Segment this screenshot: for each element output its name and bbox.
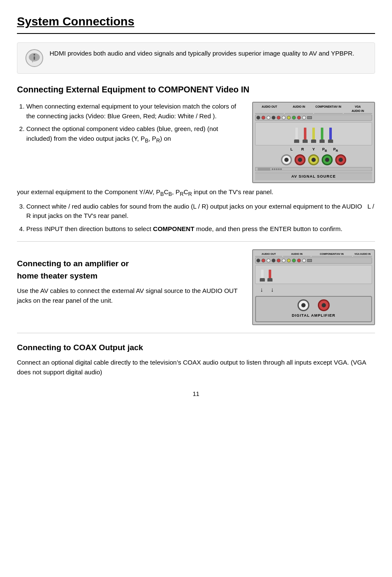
section-divider-2: [17, 333, 375, 333]
pr-cr: [297, 116, 301, 120]
dot4: [278, 168, 280, 170]
headphone-port: [256, 116, 260, 120]
amp-ai-r: [277, 259, 281, 262]
amp-ai-l: [282, 259, 286, 262]
av-in: [287, 116, 291, 120]
cable-white-body: [295, 128, 298, 139]
cable-green: [320, 128, 325, 143]
info-icon: [25, 49, 44, 67]
step2-continued: your external equipment to the Component…: [17, 187, 375, 198]
amp-cable-white: [260, 270, 265, 282]
amp-big-port-white: [297, 299, 309, 311]
amp-vga-audio: [302, 259, 306, 262]
pb-ch: [292, 116, 296, 120]
steps-3-4: Connect white / red audio cables for sou…: [17, 202, 375, 234]
amp-ports-row: [255, 257, 372, 264]
page-number: 11: [17, 390, 375, 399]
cable-green-body: [321, 128, 323, 139]
strip-dots: [272, 168, 282, 170]
section1-heading: Connecting External Equipment to COMPONE…: [17, 83, 375, 96]
big-port-PR: [335, 154, 346, 165]
port-labels: L R Y PB PR: [255, 147, 372, 153]
amp-cables: [260, 270, 272, 282]
vga-audio-l: [302, 116, 306, 120]
amp-big-port-red-inner: [322, 303, 326, 307]
amp-ao-l: [267, 259, 270, 262]
section2-body: Use the AV cables to connect the externa…: [17, 286, 239, 305]
big-port-Y: [308, 154, 319, 165]
amp-cable-white-head: [260, 278, 265, 282]
amp-cable-red-body: [269, 270, 271, 278]
amp-av: [287, 259, 291, 262]
audio-out-r: [261, 116, 265, 120]
section2-layout: Connecting to an amplifier or home theat…: [17, 249, 375, 325]
strip-bar: [258, 168, 270, 170]
amp-rear-labels: AUDIO OUT AUDIO IN COMPONENT/AV IN VGA A…: [255, 252, 372, 256]
info-note-text: HDMI provides both audio and video signa…: [50, 49, 354, 59]
label-L: L: [287, 147, 296, 153]
amp-ao-r: [261, 259, 265, 262]
tv-rear-body: [255, 122, 372, 145]
cable-blue: [328, 128, 333, 143]
audio-in-l: [282, 116, 286, 120]
step2: Connect the optional component video cab…: [26, 124, 239, 145]
av-signal-source-label: AV SIGNAL SOURCE: [255, 173, 372, 181]
section2-text: Connecting to an amplifier or home theat…: [17, 249, 239, 309]
rear-panel-component: AUDIO OUT AUDIO IN COMPONENT/AV IN VGAAU…: [252, 102, 375, 183]
section1-two-col: When connecting external equipment to yo…: [17, 102, 375, 183]
cable-yellow-body: [312, 128, 315, 139]
rear-ports: [255, 114, 372, 121]
av-source-big-ports: [255, 154, 372, 165]
amp-device-label: DIGITAL AMPLIFIER: [259, 313, 368, 319]
coax-port: [272, 116, 275, 120]
amp-headphone: [256, 259, 260, 262]
amp-tv-body: [255, 265, 372, 284]
amp-device: DIGITAL AMPLIFIER: [255, 296, 372, 322]
amp-big-port-white-inner: [301, 303, 306, 307]
vga-label: VGAAUDIO IN: [344, 105, 373, 114]
svg-point-3: [33, 54, 35, 56]
amp-audio-out-label: AUDIO OUT: [255, 252, 282, 256]
step1: When connecting external equipment to yo…: [26, 102, 239, 121]
cables: [294, 128, 333, 143]
cable-white-head: [294, 139, 299, 143]
cable-yellow: [311, 128, 316, 143]
big-port-PB: [322, 154, 333, 165]
amp-cable-red: [267, 270, 272, 282]
section1-steps-text: When connecting external equipment to yo…: [17, 102, 239, 183]
big-port-R: [295, 154, 306, 165]
cable-blue-head: [328, 139, 333, 143]
cable-red: [303, 128, 308, 143]
audio-out-label: AUDIO OUT: [255, 105, 284, 114]
amplifier-diagram: AUDIO OUT AUDIO IN COMPONENT/AV IN VGA A…: [252, 249, 375, 325]
component-diagram: AUDIO OUT AUDIO IN COMPONENT/AV IN VGAAU…: [252, 102, 375, 183]
label-Y: Y: [309, 147, 318, 153]
amp-vga: [307, 259, 312, 262]
amp-rear-panel: AUDIO OUT AUDIO IN COMPONENT/AV IN VGA A…: [252, 249, 375, 325]
label-PR: PR: [331, 147, 340, 153]
cable-white: [294, 128, 299, 143]
amp-vga-label: VGA AUDIO IN: [353, 252, 372, 256]
amp-coax: [272, 259, 275, 262]
dot2: [274, 168, 275, 170]
dot3: [276, 168, 278, 170]
amp-device-ports: [259, 299, 368, 311]
rear-top-labels: AUDIO OUT AUDIO IN COMPONENT/AV IN VGAAU…: [255, 105, 372, 114]
amp-cable-white-body: [261, 270, 264, 278]
amp-audio-in-label: AUDIO IN: [283, 252, 310, 256]
section2-heading: Connecting to an amplifier or home theat…: [17, 258, 239, 282]
label-R: R: [298, 147, 307, 153]
amp-arrow1: ↓: [260, 285, 263, 294]
big-port-L: [281, 154, 292, 165]
amp-arrow2: ↓: [271, 285, 274, 294]
section3-heading: Connecting to COAX Output jack: [17, 342, 375, 354]
audio-out-l: [267, 116, 270, 120]
label-PB: PB: [320, 147, 329, 153]
cable-green-head: [320, 139, 325, 143]
section3: Connecting to COAX Output jack Connect a…: [17, 342, 375, 377]
bottom-strip: [255, 167, 372, 171]
cable-blue-body: [329, 128, 332, 139]
svg-rect-4: [34, 56, 35, 60]
component-bold: COMPONENT: [153, 225, 195, 232]
dot5: [280, 168, 282, 170]
